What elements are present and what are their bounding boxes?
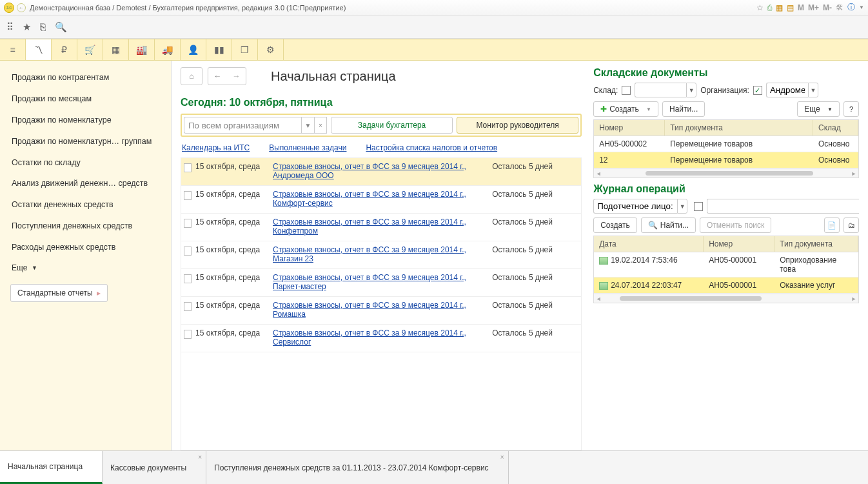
journal-hscroll[interactable]: ◄► bbox=[594, 294, 858, 303]
bottom-tab-2[interactable]: Поступления денежных средств за 01.11.20… bbox=[206, 451, 508, 484]
jcol-num[interactable]: Номер bbox=[704, 236, 774, 252]
nav-gear-icon[interactable]: ⚙ bbox=[258, 39, 284, 60]
nav-copy-icon[interactable]: ❐ bbox=[232, 39, 258, 60]
print-icon[interactable]: ⎙ bbox=[767, 3, 772, 12]
tab-manager-monitor[interactable]: Монитор руководителя bbox=[457, 117, 578, 134]
task-row[interactable]: 15 октября, средаСтраховые взносы, отчет… bbox=[181, 325, 581, 352]
memory-mplus[interactable]: M+ bbox=[808, 3, 819, 12]
favorite-icon[interactable]: ☆ bbox=[756, 3, 764, 12]
sidebar-item-6[interactable]: Остатки денежных средств bbox=[0, 194, 171, 216]
jcol-type[interactable]: Тип документа bbox=[774, 236, 858, 252]
sidebar-item-0[interactable]: Продажи по контрагентам bbox=[0, 67, 171, 88]
nav-grid-icon[interactable]: ▦ bbox=[103, 39, 129, 60]
close-icon[interactable]: × bbox=[198, 454, 202, 461]
sklad-dd[interactable]: ▼ bbox=[686, 83, 696, 97]
home-button[interactable]: ⌂ bbox=[181, 67, 202, 85]
journal-find-button[interactable]: 🔍Найти... bbox=[641, 217, 696, 233]
journal-action2-icon[interactable]: 🗂 bbox=[843, 217, 859, 233]
nav-truck-icon[interactable]: 🚚 bbox=[155, 39, 181, 60]
apps-icon[interactable]: ⠿ bbox=[6, 21, 14, 33]
memory-mminus[interactable]: M- bbox=[823, 3, 832, 12]
tab-accountant-tasks[interactable]: Задачи бухгалтера bbox=[331, 117, 453, 134]
sidebar-item-5[interactable]: Анализ движений денежн… средств bbox=[0, 173, 171, 194]
journal-row[interactable]: 24.07.2014 22:03:47АН05-000001Оказание у… bbox=[594, 277, 858, 294]
task-row[interactable]: 15 октября, средаСтраховые взносы, отчет… bbox=[181, 158, 581, 186]
bottom-tab-0[interactable]: Начальная страница bbox=[0, 451, 103, 484]
warehouse-more-button[interactable]: Еще ▼ bbox=[797, 101, 840, 117]
sidebar-item-8[interactable]: Расходы денежных средств bbox=[0, 237, 171, 258]
journal-grid[interactable]: Дата Номер Тип документа 19.02.2014 7:53… bbox=[593, 236, 859, 303]
task-row[interactable]: 15 октября, средаСтраховые взносы, отчет… bbox=[181, 297, 581, 325]
org-filter-clear[interactable]: × bbox=[314, 117, 327, 134]
search-icon[interactable]: 🔍 bbox=[55, 21, 67, 33]
nav-menu-icon[interactable]: ≡ bbox=[0, 39, 26, 60]
task-list[interactable]: 15 октября, средаСтраховые взносы, отчет… bbox=[181, 157, 582, 450]
task-link[interactable]: Страховые взносы, отчет в ФСС за 9 месяц… bbox=[273, 273, 466, 291]
link-completed-tasks[interactable]: Выполненные задачи bbox=[269, 143, 346, 152]
clipboard-icon[interactable]: ⎘ bbox=[40, 21, 46, 32]
link-its-calendar[interactable]: Календарь на ИТС bbox=[182, 143, 250, 152]
tools-icon[interactable]: 🛠 bbox=[836, 3, 843, 12]
task-row[interactable]: 15 октября, средаСтраховые взносы, отчет… bbox=[181, 214, 581, 241]
sidebar-item-1[interactable]: Продажи по месяцам bbox=[0, 88, 171, 110]
link-tax-settings[interactable]: Настройка списка налогов и отчетов bbox=[366, 143, 497, 152]
col-doctype[interactable]: Тип документа bbox=[665, 120, 813, 136]
task-link[interactable]: Страховые взносы, отчет в ФСС за 9 месяц… bbox=[273, 217, 466, 236]
org-combo[interactable] bbox=[766, 83, 808, 97]
nav-person-icon[interactable]: 👤 bbox=[181, 39, 206, 60]
nav-ruble-icon[interactable]: ₽ bbox=[52, 39, 77, 60]
warehouse-grid[interactable]: Номер Тип документа Склад АН05-000002Пер… bbox=[593, 119, 859, 178]
sidebar-item-7[interactable]: Поступления денежных средств bbox=[0, 216, 171, 237]
sidebar-more[interactable]: Еще ▼ bbox=[0, 258, 171, 277]
star-icon[interactable]: ★ bbox=[23, 21, 31, 33]
warehouse-find-button[interactable]: Найти... bbox=[662, 101, 705, 117]
calendar-icon[interactable]: ▤ bbox=[787, 3, 794, 12]
memory-m[interactable]: M bbox=[798, 3, 804, 12]
org-checkbox[interactable] bbox=[753, 86, 762, 95]
nav-factory-icon[interactable]: 🏭 bbox=[129, 39, 155, 60]
calc-icon[interactable]: ▦ bbox=[776, 3, 783, 12]
warehouse-create-button[interactable]: ✚Создать ▼ bbox=[593, 101, 658, 117]
bottom-tab-1[interactable]: Кассовые документы× bbox=[103, 451, 206, 484]
journal-create-button[interactable]: Создать bbox=[593, 217, 637, 233]
task-row[interactable]: 15 октября, средаСтраховые взносы, отчет… bbox=[181, 241, 581, 269]
history-nav[interactable]: ←→ bbox=[208, 67, 246, 85]
col-number[interactable]: Номер bbox=[594, 120, 665, 136]
task-row[interactable]: 15 октября, средаСтраховые взносы, отчет… bbox=[181, 269, 581, 297]
journal-row[interactable]: 19.02.2014 7:53:46АН05-000001Оприходован… bbox=[594, 252, 858, 277]
back-round-icon[interactable]: ← bbox=[17, 3, 26, 12]
info-icon[interactable]: ⓘ bbox=[847, 2, 855, 13]
nav-stats-icon[interactable]: ▮▮ bbox=[206, 39, 232, 60]
sidebar-item-3[interactable]: Продажи по номенклатурн… группам bbox=[0, 131, 171, 152]
warehouse-row[interactable]: 12Перемещение товаровОсновно bbox=[594, 152, 858, 168]
task-link[interactable]: Страховые взносы, отчет в ФСС за 9 месяц… bbox=[273, 190, 466, 208]
task-link[interactable]: Страховые взносы, отчет в ФСС за 9 месяц… bbox=[273, 162, 466, 180]
sidebar-item-2[interactable]: Продажи по номенклатуре bbox=[0, 110, 171, 131]
standard-reports-button[interactable]: Стандартные отчеты▸ bbox=[10, 284, 108, 302]
podotch-checkbox[interactable] bbox=[694, 202, 703, 211]
org-filter-input[interactable] bbox=[184, 117, 301, 134]
warehouse-help-button[interactable]: ? bbox=[843, 101, 859, 117]
podotch-value[interactable] bbox=[707, 199, 859, 214]
jcol-date[interactable]: Дата bbox=[594, 236, 704, 252]
dropdown-icon[interactable]: ▼ bbox=[859, 5, 864, 10]
org-filter-dropdown[interactable]: ▼ bbox=[301, 117, 314, 134]
warehouse-hscroll[interactable]: ◄► bbox=[594, 168, 858, 177]
task-row[interactable]: 15 октября, средаСтраховые взносы, отчет… bbox=[181, 186, 581, 214]
task-link[interactable]: Страховые взносы, отчет в ФСС за 9 месяц… bbox=[273, 301, 466, 319]
warehouse-row[interactable]: АН05-000002Перемещение товаровОсновно bbox=[594, 136, 858, 152]
task-link[interactable]: Страховые взносы, отчет в ФСС за 9 месяц… bbox=[273, 245, 466, 263]
sidebar-item-4[interactable]: Остатки по складу bbox=[0, 152, 171, 174]
org-dd[interactable]: ▼ bbox=[808, 83, 818, 97]
sklad-combo[interactable] bbox=[635, 83, 686, 97]
nav-chart-icon[interactable]: 〽 bbox=[26, 39, 52, 60]
journal-action1-icon[interactable]: 📄 bbox=[824, 217, 840, 233]
task-link[interactable]: Страховые взносы, отчет в ФСС за 9 месяц… bbox=[273, 328, 466, 347]
col-sklad[interactable]: Склад bbox=[813, 120, 858, 136]
podotch-combo[interactable] bbox=[593, 199, 677, 214]
nav-cart-icon[interactable]: 🛒 bbox=[77, 39, 103, 60]
journal-cancel-search-button[interactable]: Отменить поиск bbox=[700, 217, 771, 233]
close-icon[interactable]: × bbox=[500, 454, 504, 461]
sklad-checkbox[interactable] bbox=[622, 86, 631, 95]
podotch-dd[interactable]: ▼ bbox=[677, 199, 687, 214]
